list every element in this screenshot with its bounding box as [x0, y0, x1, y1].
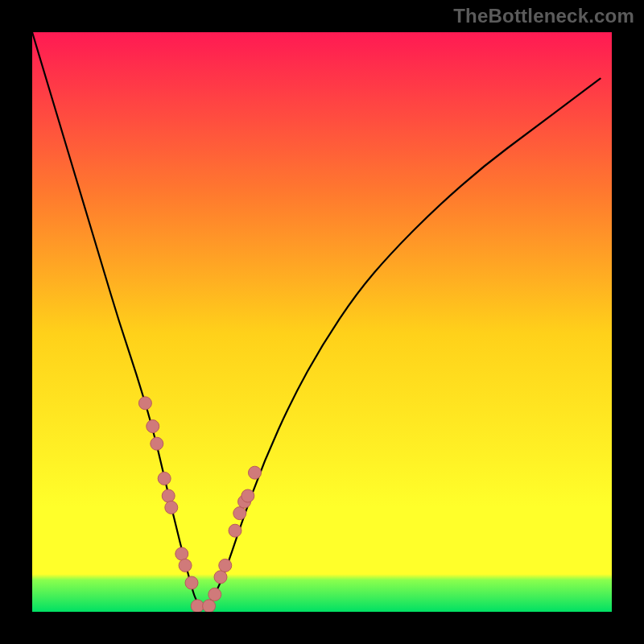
marker-dot	[208, 588, 221, 601]
marker-dot	[219, 559, 232, 572]
marker-dot	[175, 547, 188, 560]
marker-dot	[242, 489, 254, 502]
marker-dot	[185, 576, 198, 589]
marker-dot	[191, 600, 204, 612]
marker-dot	[229, 524, 242, 537]
watermark-text: TheBottleneck.com	[453, 5, 634, 27]
marker-dot	[162, 489, 175, 502]
bottleneck-plot	[32, 32, 612, 612]
marker-dot	[158, 472, 171, 485]
marker-dot	[165, 501, 178, 514]
marker-dot	[233, 507, 246, 520]
plot-svg	[32, 32, 612, 612]
chart-frame: TheBottleneck.com	[0, 0, 644, 644]
marker-dot	[203, 600, 216, 612]
marker-dot	[179, 559, 192, 572]
marker-dot	[138, 397, 151, 410]
marker-dot	[248, 466, 261, 479]
marker-dot	[151, 437, 163, 450]
marker-dot	[214, 571, 227, 584]
marker-dot	[147, 420, 159, 433]
